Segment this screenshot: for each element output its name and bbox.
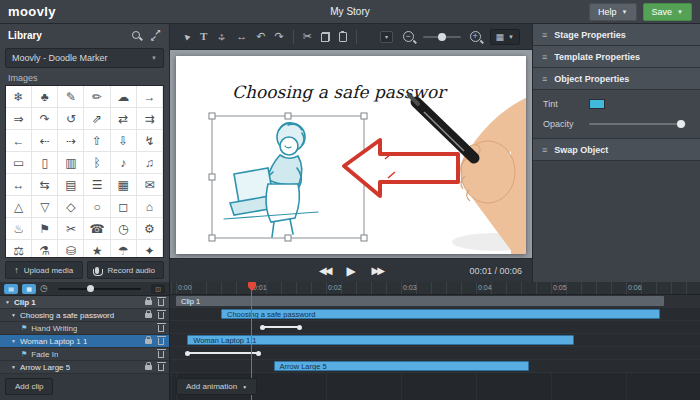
paste-icon[interactable] [339,32,347,42]
lock-icon[interactable] [145,365,152,370]
library-asset[interactable]: ▭ [6,152,32,174]
caret-down-icon[interactable]: ▼ [5,299,10,305]
library-asset[interactable]: ⇉ [137,108,163,130]
record-audio-button[interactable]: Record audio [87,261,165,279]
library-asset[interactable]: ▤ [58,174,84,196]
copy-icon[interactable] [321,32,330,42]
section-object-properties[interactable]: ≡ Object Properties [533,68,700,90]
library-asset[interactable]: ⚖ [6,240,32,258]
section-template-properties[interactable]: ≡ Template Properties [533,46,700,68]
cut-icon[interactable]: ✂ [303,31,312,42]
timeline-zoom-knob[interactable] [87,285,94,292]
save-button[interactable]: Save ▼ [643,3,692,21]
timeline-bar[interactable]: Clip 1 [176,296,664,306]
library-asset[interactable]: ⛁ [58,240,84,258]
library-asset[interactable]: ✉ [137,174,163,196]
timeline-layer-row[interactable]: ▼Arrow Large 5 [0,361,169,374]
select-tool-icon[interactable]: ► [180,30,193,43]
library-asset[interactable]: ☰ [84,174,110,196]
library-asset[interactable]: ◇ [58,196,84,218]
timeline-layer-row[interactable]: ⚑Fade In [0,348,169,361]
library-asset[interactable]: ⇧ [84,130,110,152]
tint-swatch[interactable] [589,99,605,109]
library-asset[interactable]: ▦ [111,174,137,196]
fit-view-button[interactable]: ◫ [151,284,165,294]
timeline-track-row[interactable]: Woman Laptop 1 1 [170,334,700,347]
timeline-track-row[interactable]: Clip 1 [170,295,700,308]
library-asset[interactable]: ⇠ [32,130,58,152]
red-arrow-object[interactable] [344,140,458,196]
zoom-in-icon[interactable]: + [470,31,481,42]
library-collection-select[interactable]: Moovly - Doodle Marker ▼ [5,48,164,68]
opacity-slider-knob[interactable] [677,120,685,128]
animation-duration-bar[interactable] [262,326,300,328]
add-animation-button[interactable]: Add animation ▼ [176,378,257,395]
library-asset[interactable]: ⇒ [6,108,32,130]
timeline-bar[interactable]: Choosing a safe password [221,309,660,319]
library-asset[interactable]: ☁ [111,86,137,108]
undo-icon[interactable]: ↶ [256,31,265,42]
fast-forward-button[interactable]: ▶▶ [372,265,383,276]
timeline-track-row[interactable]: Choosing a safe password [170,308,700,321]
lock-icon[interactable] [145,300,152,305]
library-asset[interactable]: ✎ [58,86,84,108]
section-swap-object[interactable]: ≡ Swap Object [533,139,700,161]
stretch-tool-icon[interactable]: ↔ [236,31,247,42]
library-asset[interactable]: ✂ [58,218,84,240]
library-asset[interactable]: ⇗ [84,108,110,130]
caret-down-icon[interactable]: ▼ [11,338,16,344]
delete-icon[interactable] [158,299,164,306]
library-asset[interactable]: ✦ [137,240,163,258]
timeline-bar[interactable]: Arrow Large 5 [274,361,529,371]
upload-media-button[interactable]: ↑ Upload media [5,261,83,279]
caret-down-icon[interactable]: ▼ [11,312,16,318]
timeline-track-row[interactable] [170,321,700,334]
library-asset[interactable]: ◻ [111,196,137,218]
library-asset[interactable]: ⌂ [137,196,163,218]
timeline-layer-row[interactable]: ⚑Hand Writing [0,322,169,335]
library-asset[interactable]: ⇆ [32,174,58,196]
library-asset[interactable]: ▽ [32,196,58,218]
lock-icon[interactable] [145,339,152,344]
library-asset[interactable]: ★ [84,240,110,258]
grid-view-button[interactable]: ▦▼ [490,29,520,45]
redo-icon[interactable]: ↷ [274,31,283,42]
library-asset[interactable]: ← [6,130,32,152]
timeline-track-row[interactable]: Arrow Large 5 [170,360,700,373]
library-asset[interactable]: ♫ [137,152,163,174]
library-asset[interactable]: ▯ [32,152,58,174]
library-asset[interactable]: ❄ [6,86,32,108]
library-asset[interactable]: △ [6,196,32,218]
move-tool-icon[interactable] [216,31,227,42]
library-asset[interactable]: ↯ [137,130,163,152]
timeline-layer-row[interactable]: ▼Woman Laptop 1 1 [0,335,169,348]
text-tool-icon[interactable]: T [200,31,207,42]
library-asset[interactable]: ✏ [84,86,110,108]
expand-library-icon[interactable] [150,30,161,41]
section-stage-properties[interactable]: ≡ Stage Properties [533,24,700,46]
delete-icon[interactable] [158,364,164,371]
library-asset[interactable]: ⇄ [111,108,137,130]
delete-icon[interactable] [158,351,164,358]
timeline-zoom-slider[interactable] [58,288,141,290]
timeline-layer-row[interactable]: ▼Clip 1 [0,296,169,309]
animation-duration-bar[interactable] [187,352,258,354]
library-asset[interactable]: → [137,86,163,108]
library-asset[interactable]: ⚑ [32,218,58,240]
rewind-button[interactable]: ◀◀ [319,265,330,276]
lock-icon[interactable] [145,313,152,318]
library-asset[interactable]: ↺ [58,108,84,130]
more-dropdown-icon[interactable]: ▾ [380,31,393,43]
library-asset[interactable]: ↔ [6,174,32,196]
library-asset[interactable]: ⚗ [32,240,58,258]
library-asset[interactable]: ↷ [32,108,58,130]
library-asset[interactable]: ☂ [111,240,137,258]
library-asset[interactable]: ᛒ [84,152,110,174]
zoom-slider[interactable] [423,36,461,38]
list-view-button[interactable]: ▤ [4,284,18,294]
timeline-bar[interactable]: Woman Laptop 1 1 [187,335,573,345]
delete-icon[interactable] [158,338,164,345]
woman-laptop-object[interactable] [224,123,318,237]
timeline-layer-row[interactable]: ▼Choosing a safe password [0,309,169,322]
library-asset[interactable]: ⇩ [111,130,137,152]
